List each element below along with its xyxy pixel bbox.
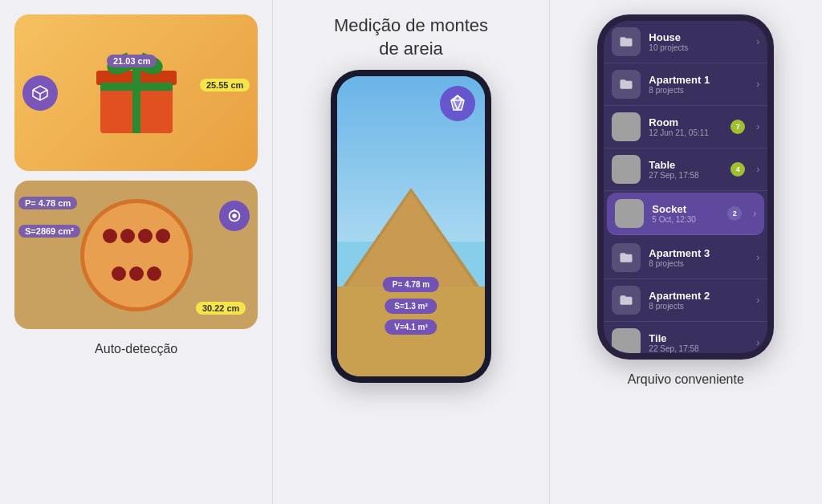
phone-screen-middle: P= 4.78 m S=1.3 m² V=4.1 m³ <box>337 76 485 376</box>
list-text-apt3: Apartment 3 8 projects <box>649 247 748 268</box>
gift-card: 21.03 cm 25.55 cm <box>14 14 258 171</box>
measure-circle-icon <box>219 201 250 231</box>
list-text-apt1: Apartment 1 8 projects <box>649 74 748 95</box>
list-item-room[interactable]: Room 12 Jun 21, 05:11 7 › <box>604 106 767 148</box>
apt2-subtitle: 8 projects <box>649 302 748 311</box>
thumb-socket <box>615 199 644 228</box>
middle-title: Medição de montes de areia <box>334 14 488 60</box>
left-caption: Auto-detecção <box>95 342 177 356</box>
list-item-house[interactable]: House 10 projects › <box>604 21 767 63</box>
tile-name: Tile <box>649 332 748 344</box>
folder-icon-apt3 <box>612 243 641 272</box>
list-item-apartment1[interactable]: Apartment 1 8 projects › <box>604 63 767 106</box>
thumb-tile <box>612 328 641 353</box>
badge-table: 4 <box>730 162 745 177</box>
gift-measure-2: 25.55 cm <box>200 79 250 91</box>
right-panel: House 10 projects › Apartment 1 8 projec… <box>550 0 822 504</box>
pizza-card: P= 4.78 cm S=2869 cm² 30.22 cm <box>14 181 258 329</box>
thumb-table <box>612 155 641 184</box>
house-name: House <box>649 31 748 43</box>
apt2-name: Apartment 2 <box>649 290 748 302</box>
pizza-measure-p: P= 4.78 cm <box>18 197 77 209</box>
svg-marker-4 <box>451 96 464 110</box>
right-caption: Arquivo conveniente <box>628 372 744 387</box>
cube-icon <box>22 75 58 111</box>
pizza-visual <box>80 199 193 311</box>
chevron-table: › <box>756 164 759 175</box>
list-item-apartment3[interactable]: Apartment 3 8 projects › <box>604 237 767 279</box>
list-item-apartment2[interactable]: Apartment 2 8 projects › <box>604 279 767 322</box>
folder-icon-apt2 <box>612 286 641 315</box>
chevron-tile: › <box>756 337 759 348</box>
tile-subtitle: 22 Sep, 17:58 <box>649 344 748 353</box>
phone-measure-p: P= 4.78 m <box>383 277 439 292</box>
apt1-subtitle: 8 projects <box>649 86 748 95</box>
left-panel: 21.03 cm 25.55 cm <box>0 0 272 504</box>
apt1-name: Apartment 1 <box>649 74 748 86</box>
phone-frame-middle: P= 4.78 m S=1.3 m² V=4.1 m³ <box>331 70 491 383</box>
list-text-house: House 10 projects <box>649 31 748 52</box>
list-item-socket[interactable]: Socket 5 Oct, 12:30 2 › <box>607 193 764 235</box>
gift-measure-1: 21.03 cm <box>107 55 157 67</box>
house-subtitle: 10 projects <box>649 43 748 52</box>
phone-frame-right: House 10 projects › Apartment 1 8 projec… <box>597 14 774 360</box>
list-item-tile[interactable]: Tile 22 Sep, 17:58 › <box>604 322 767 353</box>
chevron-socket: › <box>753 208 756 219</box>
chevron-apt2: › <box>756 295 759 306</box>
chevron-apt1: › <box>756 79 759 90</box>
chevron-house: › <box>756 36 759 47</box>
pizza-measure-30: 30.22 cm <box>196 302 246 315</box>
chevron-apt3: › <box>756 252 759 263</box>
phone-screen-right: House 10 projects › Apartment 1 8 projec… <box>604 21 767 353</box>
apt3-name: Apartment 3 <box>649 247 748 259</box>
apt3-subtitle: 8 projects <box>649 259 748 268</box>
badge-socket: 2 <box>727 206 742 221</box>
list-item-table[interactable]: Table 27 Sep, 17:58 4 › <box>604 148 767 191</box>
svg-point-3 <box>234 214 237 217</box>
folder-icon-apt1 <box>612 70 641 99</box>
gem-icon <box>440 86 475 121</box>
pizza-measure-s: S=2869 cm² <box>18 225 80 238</box>
list-text-apt2: Apartment 2 8 projects <box>649 290 748 311</box>
chevron-room: › <box>756 121 759 132</box>
folder-icon-house <box>612 27 641 56</box>
gift-image: 21.03 cm 25.55 cm <box>14 14 258 171</box>
badge-room: 7 <box>730 120 745 134</box>
phone-measure-s: S=1.3 m² <box>385 299 437 314</box>
pizza-image: P= 4.78 cm S=2869 cm² 30.22 cm <box>14 181 258 329</box>
middle-panel: Medição de montes de areia <box>273 0 548 504</box>
list-text-tile: Tile 22 Sep, 17:58 <box>649 332 748 353</box>
thumb-room <box>612 112 641 141</box>
phone-measure-v: V=4.1 m³ <box>385 319 437 335</box>
